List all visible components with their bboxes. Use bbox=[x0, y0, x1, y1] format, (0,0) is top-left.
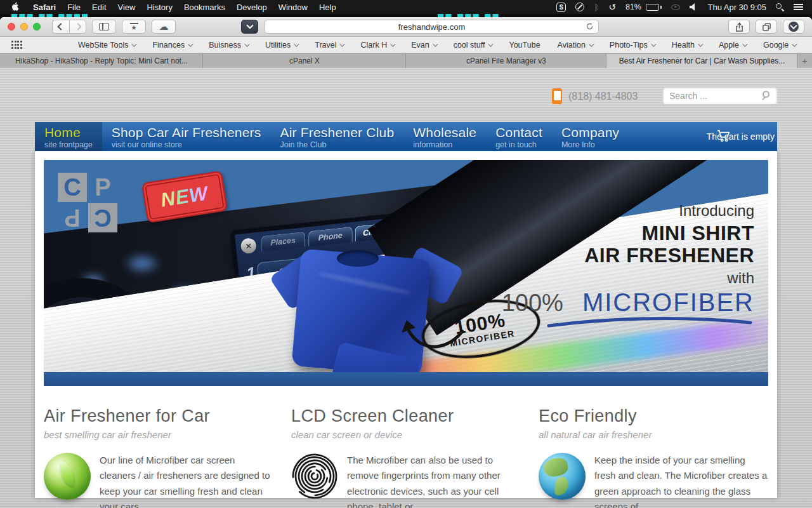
screen-tab-places: Places bbox=[261, 232, 305, 251]
apple-menu[interactable] bbox=[0, 0, 27, 14]
menu-help[interactable]: Help bbox=[313, 0, 342, 14]
column-text: Our line of Microfiber car screen cleane… bbox=[100, 453, 273, 508]
notification-center-icon[interactable] bbox=[794, 4, 803, 10]
sidebar-button[interactable] bbox=[92, 20, 116, 34]
minimize-window-button[interactable] bbox=[20, 23, 28, 30]
bookmark-apple[interactable]: Apple bbox=[719, 41, 746, 50]
nav-company[interactable]: Company More Info bbox=[552, 122, 629, 151]
banner-pct: 100% bbox=[502, 290, 563, 317]
close-window-button[interactable] bbox=[8, 23, 15, 30]
new-tab-button[interactable]: + bbox=[797, 53, 812, 68]
search-input[interactable] bbox=[663, 87, 777, 104]
apple-icon bbox=[11, 1, 20, 13]
cart-icon bbox=[717, 130, 731, 145]
mobile-phone-icon bbox=[552, 88, 562, 104]
menu-view[interactable]: View bbox=[112, 0, 141, 14]
tab-hikashop[interactable]: HikaShop - HikaShop - Reply Topic: Mini … bbox=[0, 53, 203, 68]
reload-button[interactable] bbox=[586, 22, 594, 32]
column-title: Air Freshener for Car bbox=[44, 406, 273, 426]
menu-develop[interactable]: Develop bbox=[231, 0, 273, 14]
globe-icon bbox=[539, 453, 586, 500]
forward-button[interactable] bbox=[69, 20, 86, 34]
tab-bar: HikaShop - HikaShop - Reply Topic: Mini … bbox=[0, 53, 812, 68]
cp-logo: C P P C bbox=[58, 173, 117, 232]
bookmark-travel[interactable]: Travel bbox=[315, 41, 343, 50]
safari-window: ★ ☁ freshandwipe.com WebSite Tools Finan… bbox=[0, 17, 812, 508]
bookmark-health[interactable]: Health bbox=[672, 41, 702, 50]
nav-home[interactable]: Home site frontpage bbox=[35, 122, 102, 151]
nav-wholesale[interactable]: Wholesale information bbox=[403, 122, 486, 151]
tab-best-air-freshener[interactable]: Best Air Freshener for Car | Car Wash Su… bbox=[606, 53, 797, 68]
screen: Safari File Edit View History Bookmarks … bbox=[0, 0, 812, 508]
menu-window[interactable]: Window bbox=[273, 0, 313, 14]
bookmark-google[interactable]: Google bbox=[763, 41, 796, 50]
share-button[interactable] bbox=[728, 20, 750, 34]
menu-bookmarks[interactable]: Bookmarks bbox=[178, 0, 231, 14]
macos-menu-bar: Safari File Edit View History Bookmarks … bbox=[0, 0, 812, 14]
menu-safari[interactable]: Safari bbox=[27, 0, 62, 14]
bookmark-youtube[interactable]: YouTube bbox=[509, 41, 540, 50]
search-icon[interactable] bbox=[761, 90, 772, 101]
bookmark-evan[interactable]: Evan bbox=[411, 41, 436, 50]
main-navigation: Home site frontpage Shop Car Air Freshen… bbox=[35, 122, 777, 151]
column-text: Keep the inside of your car smelling fre… bbox=[594, 453, 768, 508]
blue-swoosh bbox=[502, 317, 754, 328]
show-all-tabs-button[interactable] bbox=[756, 20, 777, 34]
bookmarks-grid-icon[interactable] bbox=[11, 41, 22, 49]
banner-title-1: MINI SHIRT bbox=[502, 222, 754, 244]
menu-clock[interactable]: Thu Apr 30 9:05 bbox=[707, 3, 766, 12]
bookmark-website-tools[interactable]: WebSite Tools bbox=[78, 41, 135, 50]
column-lcd-cleaner: LCD Screen Cleaner clean car screen or d… bbox=[291, 406, 520, 508]
column-title: Eco Friendly bbox=[539, 406, 768, 426]
bookmarks-bar: WebSite Tools Finances Buisness Utilitie… bbox=[0, 37, 812, 53]
cart-status[interactable]: The cart is empty bbox=[707, 122, 776, 151]
pocket-extension-button[interactable] bbox=[241, 20, 258, 34]
banner-microfiber: MICROFIBER bbox=[582, 288, 754, 317]
screen-tab-phone: Phone bbox=[308, 227, 352, 246]
battery-percent: 81% bbox=[625, 3, 641, 11]
column-title: LCD Screen Cleaner bbox=[291, 406, 520, 426]
bookmark-clark-h[interactable]: Clark H bbox=[360, 41, 394, 50]
bookmark-buisness[interactable]: Buisness bbox=[209, 41, 248, 50]
leaf-orb-icon bbox=[44, 453, 91, 500]
eye-icon[interactable] bbox=[671, 4, 680, 10]
battery-indicator[interactable]: 81% bbox=[625, 3, 662, 11]
nav-shop[interactable]: Shop Car Air Fresheners visit our online… bbox=[102, 122, 271, 151]
downloads-button[interactable] bbox=[783, 20, 804, 34]
banner-title-2: AIR FRESHENER bbox=[502, 244, 754, 267]
favorites-button[interactable]: ★ bbox=[122, 20, 146, 34]
tab-cpanel-file-manager[interactable]: cPanel File Manager v3 bbox=[406, 53, 606, 68]
menu-file[interactable]: File bbox=[62, 0, 86, 14]
zoom-window-button[interactable] bbox=[33, 23, 41, 30]
webpage: (818) 481-4803 Home site frontpage Shop … bbox=[0, 68, 812, 508]
site-search bbox=[663, 87, 777, 104]
menu-history[interactable]: History bbox=[141, 0, 178, 14]
cloud-icon: ☁ bbox=[159, 22, 169, 31]
column-eco-friendly: Eco Friendly all natural car air freshen… bbox=[539, 406, 768, 508]
nav-club[interactable]: Air Freshener Club Join the Club bbox=[270, 122, 403, 151]
bluetooth-icon[interactable]: ᛒ bbox=[594, 3, 599, 12]
column-subtitle: clean car screen or device bbox=[291, 429, 520, 440]
icloud-tabs-button[interactable]: ☁ bbox=[152, 20, 176, 34]
nav-contact[interactable]: Contact get in touch bbox=[486, 122, 552, 151]
hero-banner: ✕ Places Phone Climate Audio Valet 1 OFF… bbox=[44, 160, 768, 386]
bookmark-finances[interactable]: Finances bbox=[152, 41, 192, 50]
favorites-star-icon: ★ bbox=[130, 23, 138, 30]
volume-icon[interactable] bbox=[690, 3, 698, 11]
bookmark-aviation[interactable]: Aviation bbox=[558, 41, 593, 50]
sidebar-icon bbox=[99, 23, 109, 30]
back-button[interactable] bbox=[52, 20, 69, 34]
forward-icon bbox=[74, 23, 81, 30]
bookmark-utilities[interactable]: Utilities bbox=[265, 41, 298, 50]
tab-cpanel-x[interactable]: cPanel X bbox=[203, 53, 406, 68]
time-machine-icon[interactable]: ↺ bbox=[608, 2, 616, 12]
circle-slash-menu-icon[interactable] bbox=[575, 3, 584, 11]
spotlight-icon[interactable] bbox=[776, 3, 784, 11]
address-bar[interactable]: freshandwipe.com bbox=[265, 20, 599, 34]
menu-edit[interactable]: Edit bbox=[86, 0, 112, 14]
download-icon bbox=[789, 22, 799, 32]
bookmark-photo-tips[interactable]: Photo-Tips bbox=[610, 41, 655, 50]
column-air-freshener: Air Freshener for Car best smelling car … bbox=[44, 406, 273, 508]
shield-s-menu-icon[interactable]: S bbox=[556, 3, 566, 12]
bookmark-cool-stuff[interactable]: cool stuff bbox=[454, 41, 492, 50]
